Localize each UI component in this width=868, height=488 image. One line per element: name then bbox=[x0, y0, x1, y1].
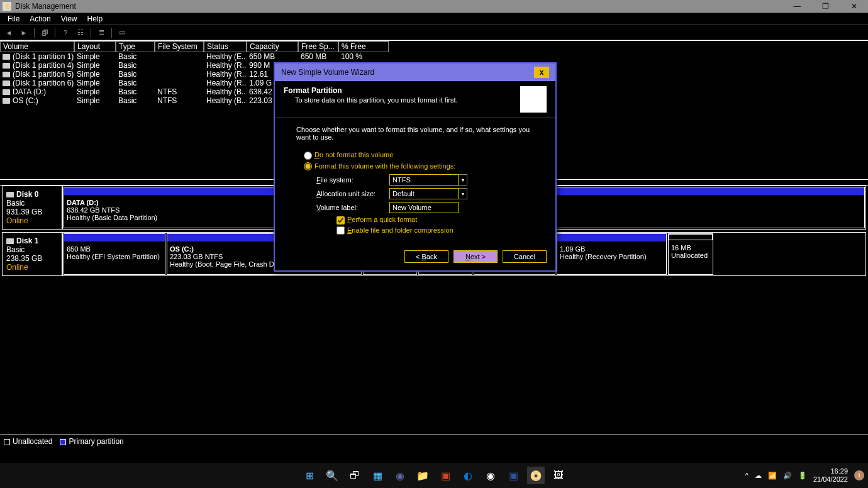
refresh-icon[interactable]: 🗐 bbox=[38, 26, 51, 39]
file-system-label: File system: bbox=[316, 176, 389, 184]
column-free[interactable]: Free Sp... bbox=[298, 41, 338, 52]
disk-size: 931.39 GB bbox=[6, 208, 58, 216]
menu-view[interactable]: View bbox=[56, 13, 82, 25]
disk-size: 238.35 GB bbox=[6, 254, 58, 263]
onedrive-icon[interactable]: ☁ bbox=[755, 472, 762, 480]
next-button[interactable]: Next > bbox=[453, 250, 498, 263]
allocation-size-select[interactable]: Default▾ bbox=[389, 188, 467, 199]
legend: Unallocated Primary partition bbox=[0, 435, 868, 448]
option-icon[interactable]: ▭ bbox=[116, 26, 128, 39]
chevron-down-icon[interactable]: ▾ bbox=[459, 188, 467, 199]
wizard-title: New Simple Volume Wizard bbox=[281, 68, 374, 77]
word-icon[interactable]: ▣ bbox=[504, 467, 522, 484]
photos-icon[interactable]: 🖼 bbox=[550, 467, 567, 484]
help-icon[interactable]: ? bbox=[59, 26, 72, 39]
disk-type: Basic bbox=[6, 199, 58, 208]
disk1-info[interactable]: Disk 1 Basic 238.35 GB Online bbox=[2, 232, 62, 276]
menu-help[interactable]: Help bbox=[82, 13, 108, 25]
widgets-icon[interactable]: ▦ bbox=[369, 467, 386, 484]
column-pfree[interactable]: % Free bbox=[338, 41, 389, 52]
allocation-size-label: Allocation unit size: bbox=[316, 190, 389, 197]
title-bar: 📀 Disk Management — ❐ ✕ bbox=[0, 0, 868, 13]
partition[interactable]: 650 MBHealthy (EFI System Partition) bbox=[64, 233, 165, 275]
start-icon[interactable]: ⊞ bbox=[301, 467, 318, 484]
disk-status: Online bbox=[6, 263, 58, 272]
column-status[interactable]: Status bbox=[204, 41, 247, 52]
maximize-button[interactable]: ❐ bbox=[811, 0, 840, 13]
column-type[interactable]: Type bbox=[116, 41, 155, 52]
forward-icon[interactable]: ► bbox=[18, 26, 30, 39]
search-icon[interactable]: 🔍 bbox=[323, 467, 341, 484]
wizard-heading: Format Partition bbox=[284, 86, 520, 95]
teams-icon[interactable]: ◉ bbox=[391, 467, 409, 484]
column-filesystem[interactable]: File System bbox=[155, 41, 204, 52]
taskbar: ⊞ 🔍 🗗 ▦ ◉ 📁 ▣ ◐ ◉ ▣ 📀 🖼 ^ ☁ 📶 🔊 🔋 16:29 … bbox=[0, 463, 868, 488]
edge-icon[interactable]: ◐ bbox=[459, 467, 477, 484]
wizard-subheading: To store data on this partition, you mus… bbox=[284, 96, 520, 104]
volume-label-label: Volume label: bbox=[316, 204, 389, 211]
column-capacity[interactable]: Capacity bbox=[247, 41, 298, 52]
chevron-down-icon[interactable]: ▾ bbox=[459, 174, 467, 186]
task-view-icon[interactable]: 🗗 bbox=[346, 467, 364, 484]
wizard-icon bbox=[520, 86, 547, 113]
checkbox-quick-format[interactable]: Perform a quick format bbox=[337, 216, 534, 225]
battery-icon[interactable]: 🔋 bbox=[798, 472, 807, 480]
wizard-header: Format Partition To store data on this p… bbox=[275, 81, 555, 118]
app-title: Disk Management bbox=[15, 2, 783, 11]
legend-primary: Primary partition bbox=[60, 437, 123, 446]
partition[interactable]: 16 MBUnallocated bbox=[668, 233, 713, 275]
disk-type: Basic bbox=[6, 245, 58, 254]
table-row[interactable]: (Disk 1 partition 1)SimpleBasicHealthy (… bbox=[0, 52, 868, 61]
toolbar: ◄ ► 🗐 ? ☷ ≣ ▭ bbox=[0, 25, 868, 40]
back-button[interactable]: < Back bbox=[404, 250, 448, 263]
volume-icon[interactable]: 🔊 bbox=[783, 472, 792, 480]
menu-bar: File Action View Help bbox=[0, 13, 868, 25]
disk-name: Disk 1 bbox=[6, 236, 58, 245]
powerpoint-icon[interactable]: ▣ bbox=[437, 467, 454, 484]
new-volume-wizard-dialog: New Simple Volume Wizard x Format Partit… bbox=[274, 62, 557, 272]
list-icon[interactable]: ☷ bbox=[74, 26, 87, 39]
menu-action[interactable]: Action bbox=[25, 13, 55, 25]
minimize-button[interactable]: — bbox=[783, 0, 811, 13]
wizard-intro: Choose whether you want to format this v… bbox=[296, 126, 534, 141]
disk-status: Online bbox=[6, 216, 58, 225]
properties-icon[interactable]: ≣ bbox=[95, 26, 108, 39]
column-layout[interactable]: Layout bbox=[74, 41, 116, 52]
checkbox-enable-compression[interactable]: Enable file and folder compression bbox=[337, 226, 534, 235]
wizard-title-bar[interactable]: New Simple Volume Wizard x bbox=[275, 64, 555, 81]
legend-unallocated: Unallocated bbox=[4, 437, 52, 446]
wizard-close-button[interactable]: x bbox=[534, 67, 549, 78]
back-icon[interactable]: ◄ bbox=[3, 26, 15, 39]
cancel-button[interactable]: Cancel bbox=[503, 250, 547, 263]
disk0-info[interactable]: Disk 0 Basic 931.39 GB Online bbox=[2, 186, 62, 230]
file-system-select[interactable]: NTFS▾ bbox=[389, 174, 467, 186]
tray-chevron-icon[interactable]: ^ bbox=[745, 472, 748, 479]
volume-label-input[interactable] bbox=[389, 202, 459, 213]
disk-management-icon[interactable]: 📀 bbox=[527, 467, 545, 484]
partition[interactable]: 1.09 GBHealthy (Recovery Partition) bbox=[557, 233, 667, 275]
notification-icon[interactable]: 1 bbox=[854, 470, 864, 480]
chrome-icon[interactable]: ◉ bbox=[482, 467, 499, 484]
close-button[interactable]: ✕ bbox=[840, 0, 868, 13]
radio-do-not-format[interactable]: Do not format this volume bbox=[304, 151, 534, 160]
menu-file[interactable]: File bbox=[3, 13, 25, 25]
wifi-icon[interactable]: 📶 bbox=[768, 472, 777, 480]
clock[interactable]: 16:29 21/04/2022 bbox=[813, 467, 848, 484]
explorer-icon[interactable]: 📁 bbox=[414, 467, 431, 484]
volume-header: Volume Layout Type File System Status Ca… bbox=[0, 41, 868, 52]
app-icon: 📀 bbox=[3, 2, 11, 11]
disk-name: Disk 0 bbox=[6, 190, 58, 199]
column-volume[interactable]: Volume bbox=[0, 41, 74, 52]
radio-format-with-settings[interactable]: Format this volume with the following se… bbox=[304, 162, 534, 171]
